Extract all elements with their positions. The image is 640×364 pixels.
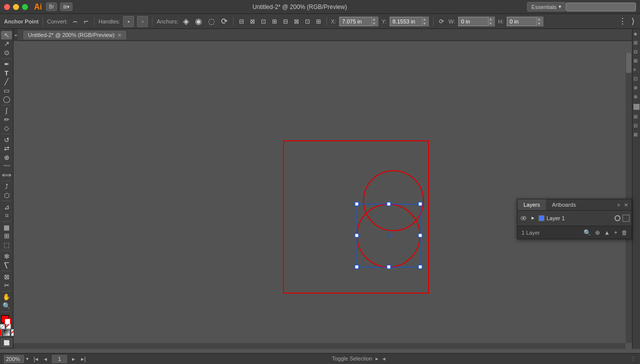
color-mode-color[interactable] xyxy=(0,329,2,336)
prev-artboard-btn[interactable]: ◂ xyxy=(43,356,48,363)
anchors-btn-4[interactable]: ⟳ xyxy=(220,16,229,26)
hscroll[interactable] xyxy=(14,343,626,349)
y-up-btn[interactable]: ▲ xyxy=(422,17,428,21)
lasso-tool[interactable]: ⊙ xyxy=(1,48,12,57)
anchors-btn-1[interactable]: ◈ xyxy=(182,16,190,26)
layer-1-lock[interactable] xyxy=(622,215,630,222)
y-down-btn[interactable]: ▼ xyxy=(422,21,428,26)
next-artboard-btn[interactable]: ▸ xyxy=(71,356,76,363)
blend-tool[interactable]: ⬚ xyxy=(1,241,12,249)
layer-1-target[interactable] xyxy=(614,215,620,221)
change-screen-mode-btn[interactable]: ⬜ xyxy=(1,339,12,347)
handles-btn-1[interactable]: ▪ xyxy=(123,16,134,27)
right-panel-btn-5[interactable]: ≡ xyxy=(634,67,640,73)
zoom-input[interactable] xyxy=(4,355,24,363)
free-transform-tool[interactable]: ⤴ xyxy=(1,182,12,191)
layer-1-visibility[interactable] xyxy=(520,214,528,222)
tab-close-btn[interactable]: ✕ xyxy=(118,32,122,38)
circle-bottom[interactable] xyxy=(357,204,420,267)
artboard-tool[interactable]: ⊠ xyxy=(1,273,12,281)
default-colors-btn[interactable] xyxy=(0,324,5,329)
right-panel-btn-3[interactable]: ⊟ xyxy=(634,49,640,55)
right-panel-btn-6[interactable]: ⊡ xyxy=(634,76,640,82)
hand-tool[interactable]: ✋ xyxy=(1,293,12,302)
right-panel-btn-10[interactable]: ⊟ xyxy=(634,123,640,129)
puppet-warp-tool[interactable]: ⬡ xyxy=(1,191,12,200)
align-center-btn[interactable]: ⊠ xyxy=(248,17,256,25)
layout-button[interactable]: ⊞▾ xyxy=(60,2,72,11)
essentials-button[interactable]: Essentials▾ xyxy=(527,2,566,11)
pencil-tool[interactable]: ✏ xyxy=(1,115,12,124)
direct-selection-tool[interactable]: ↗ xyxy=(1,40,12,48)
x-value-input[interactable] xyxy=(340,17,372,26)
panel-collapse-btn[interactable]: ⟩ xyxy=(630,16,636,26)
align-top-btn[interactable]: ⊞ xyxy=(270,17,278,25)
handle-mr[interactable] xyxy=(418,234,422,237)
artboards-tab[interactable]: Artboards xyxy=(546,199,582,210)
artboard-number-input[interactable] xyxy=(52,355,67,363)
distribute-h-btn[interactable]: ⊡ xyxy=(304,17,312,25)
align-right-btn[interactable]: ⊡ xyxy=(260,17,268,25)
graph-tool[interactable]: ⎲ xyxy=(1,261,12,270)
handle-ml[interactable] xyxy=(355,234,358,237)
handle-tm[interactable] xyxy=(387,202,390,206)
gradient-tool[interactable]: ▦ xyxy=(1,223,12,232)
vscroll[interactable] xyxy=(626,53,632,343)
mesh-tool[interactable]: ⊞ xyxy=(1,232,12,240)
w-value-input[interactable] xyxy=(458,17,488,26)
rotate-tool[interactable]: ↺ xyxy=(1,136,12,144)
distribute-v-btn[interactable]: ⊞ xyxy=(314,17,322,25)
right-panel-btn-7[interactable]: ⊕ xyxy=(634,85,640,91)
minimize-button[interactable] xyxy=(13,4,19,10)
h-up-btn[interactable]: ▲ xyxy=(537,17,543,21)
slice-tool[interactable]: ✂ xyxy=(1,281,12,290)
maximize-button[interactable] xyxy=(22,4,28,10)
layers-tab[interactable]: Layers xyxy=(518,199,546,210)
right-panel-btn-8[interactable]: ⊗ xyxy=(634,94,640,100)
panel-toggle-left[interactable]: ◂ xyxy=(14,29,18,41)
pen-tool[interactable]: ✒ xyxy=(1,60,12,68)
layer-1-row[interactable]: Layer 1 xyxy=(518,212,632,225)
reflect-tool[interactable]: ⇄ xyxy=(1,144,12,153)
handle-bl[interactable] xyxy=(355,265,358,269)
symbol-tool[interactable]: ✼ xyxy=(1,252,12,261)
align-left-btn[interactable]: ⊟ xyxy=(238,17,246,25)
more-options-btn[interactable]: ⋮ xyxy=(617,16,628,26)
right-panel-btn-11[interactable]: ⊠ xyxy=(634,132,640,138)
layers-delete-btn[interactable]: 🗑 xyxy=(622,229,628,236)
last-artboard-btn[interactable]: ▸| xyxy=(80,356,86,363)
layers-move-up-btn[interactable]: ▲ xyxy=(604,229,610,236)
x-down-btn[interactable]: ▼ xyxy=(372,21,378,26)
scale-tool[interactable]: ⊕ xyxy=(1,153,12,162)
line-tool[interactable]: ╱ xyxy=(1,77,12,86)
status-collapse-btn[interactable]: ◂ xyxy=(382,356,386,362)
w-down-btn[interactable]: ▼ xyxy=(488,21,494,26)
canvas-scroll[interactable] xyxy=(14,41,632,349)
right-panel-btn-4[interactable]: ⊠ xyxy=(634,58,640,64)
close-button[interactable] xyxy=(4,4,10,10)
circle-top[interactable] xyxy=(364,171,424,231)
measure-tool[interactable]: ⌗ xyxy=(1,212,12,220)
layer-1-expand[interactable] xyxy=(530,215,536,222)
transform-btn[interactable]: ⟳ xyxy=(438,17,446,25)
width-tool[interactable]: ⟺ xyxy=(1,171,12,179)
bottom-right-btn[interactable]: ⋮ xyxy=(630,356,636,362)
handle-tl[interactable] xyxy=(355,202,358,206)
handle-tr[interactable] xyxy=(418,202,422,206)
handles-btn-2[interactable]: ▫ xyxy=(137,16,148,27)
rectangle-tool[interactable]: ▭ xyxy=(1,86,12,95)
convert-smooth-btn[interactable]: ⌢ xyxy=(71,16,80,26)
w-up-btn[interactable]: ▲ xyxy=(488,17,494,21)
none-icon[interactable] xyxy=(6,324,11,329)
bridge-button[interactable]: Br xyxy=(46,2,57,11)
align-mid-btn[interactable]: ⊟ xyxy=(282,17,290,25)
vscroll-thumb[interactable] xyxy=(626,53,632,73)
right-panel-btn-9[interactable]: ⊞ xyxy=(634,114,640,120)
handle-bm[interactable] xyxy=(387,265,390,269)
rect-shape[interactable] xyxy=(284,141,428,293)
right-panel-btn-2[interactable]: ⊞ xyxy=(634,40,640,46)
selection-tool[interactable]: ↖ xyxy=(1,31,12,39)
layers-add-artboard-btn[interactable]: ⊕ xyxy=(595,229,600,236)
color-mode-gradient[interactable] xyxy=(3,329,10,336)
brush-tool[interactable]: ∫ xyxy=(1,107,12,115)
